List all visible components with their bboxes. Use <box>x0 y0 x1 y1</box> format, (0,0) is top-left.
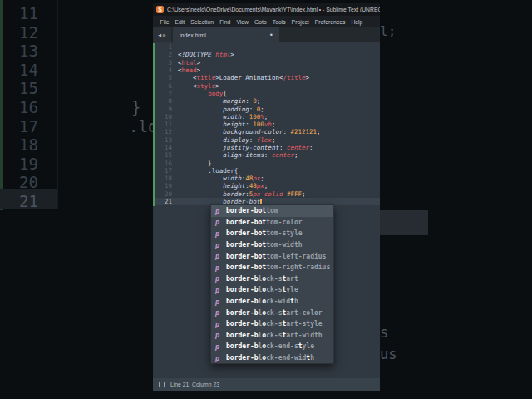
background-line-numbers: 1112131415161718192021 <box>0 4 38 211</box>
code-text: justify-content: center; <box>178 144 313 151</box>
code-text: align-items: center; <box>178 151 298 159</box>
tab-label: index.html <box>180 32 270 38</box>
background-selected-row-fragment <box>380 210 428 235</box>
line-number: 8 <box>153 97 178 105</box>
background-line-number: 11 <box>0 4 38 23</box>
code-text: .loader{ <box>178 167 238 175</box>
autocomplete-item-border-block-end-width[interactable]: pborder-block-end-width <box>211 352 333 364</box>
autocomplete-item-border-block-start-color[interactable]: pborder-block-start-color <box>211 307 333 318</box>
code-line-20[interactable]: 20 border:5px solid #FFF; <box>153 190 380 198</box>
autocomplete-item-border-block-start-style[interactable]: pborder-block-start-style <box>211 318 333 330</box>
line-number: 7 <box>153 90 178 97</box>
css-property-icon: p <box>211 218 226 226</box>
line-number: 2 <box>153 51 178 58</box>
code-line-13[interactable]: 13 display: flex; <box>153 136 380 144</box>
line-number: 11 <box>153 121 178 128</box>
code-line-19[interactable]: 19 height:48px; <box>153 182 380 190</box>
css-property-icon: p <box>211 207 226 215</box>
background-line-number: 15 <box>0 79 38 98</box>
code-line-10[interactable]: 10 width: 100%; <box>153 113 380 121</box>
line-number: 20 <box>153 190 178 198</box>
css-property-icon: p <box>211 331 226 339</box>
background-line-number: 18 <box>0 135 38 155</box>
autocomplete-popup: pborder-bottompborder-bottom-colorpborde… <box>210 204 334 364</box>
autocomplete-item-border-bottom-width[interactable]: pborder-bottom-width <box>211 239 333 251</box>
autocomplete-label: border-bottom-style <box>226 229 303 237</box>
menu-item-edit[interactable]: Edit <box>172 19 188 25</box>
sublime-window: S C:\Users\neeld\OneDrive\Documents\Maya… <box>153 3 380 391</box>
autocomplete-item-border-block-start-width[interactable]: pborder-block-start-width <box>211 330 333 342</box>
history-forward-icon[interactable]: ▶ <box>163 32 166 37</box>
menu-item-project[interactable]: Project <box>288 19 312 25</box>
line-number: 15 <box>153 151 178 159</box>
line-number: 4 <box>153 66 178 74</box>
window-title: C:\Users\neeld\OneDrive\Documents\Mayank… <box>167 7 380 12</box>
autocomplete-label: border-bottom-right-radius <box>226 264 330 271</box>
video-frame: 1112131415161718192021 }.lol;sus S C:\Us… <box>0 0 532 399</box>
background-line-number: 14 <box>0 61 38 80</box>
menu-item-tools[interactable]: Tools <box>269 19 288 25</box>
tab-index-html[interactable]: index.html • <box>173 27 279 42</box>
menu-item-file[interactable]: File <box>157 19 172 25</box>
line-number: 10 <box>153 113 178 121</box>
code-text: <title>Loader Animation</title> <box>178 74 309 81</box>
background-indent-guide <box>96 0 96 209</box>
code-line-14[interactable]: 14 justify-content: center; <box>153 144 380 151</box>
status-square-icon[interactable] <box>159 382 165 387</box>
code-editor[interactable]: 12<!DOCTYPE html>3<html>4<head>5 <title>… <box>153 42 380 378</box>
code-line-18[interactable]: 18 width:48px; <box>153 175 380 182</box>
code-line-4[interactable]: 4<head> <box>153 66 380 74</box>
background-code-fragment: s <box>380 324 388 341</box>
code-line-1[interactable]: 1 <box>153 43 380 51</box>
code-lines: 12<!DOCTYPE html>3<html>4<head>5 <title>… <box>153 42 380 205</box>
code-line-15[interactable]: 15 align-items: center; <box>153 151 380 159</box>
autocomplete-item-border-block-end-style[interactable]: pborder-block-end-style <box>211 341 333 352</box>
background-line-number: 19 <box>0 155 38 174</box>
css-property-icon: p <box>211 241 226 249</box>
autocomplete-item-border-bottom-color[interactable]: pborder-bottom-color <box>211 217 333 229</box>
autocomplete-label: border-block-start-width <box>226 332 323 339</box>
autocomplete-item-border-bottom-right-radius[interactable]: pborder-bottom-right-radius <box>211 262 333 273</box>
line-number: 14 <box>153 144 178 151</box>
background-code-fragment: l; <box>380 23 396 39</box>
menu-item-selection[interactable]: Selection <box>188 19 217 25</box>
code-line-3[interactable]: 3<html> <box>153 59 380 66</box>
code-line-17[interactable]: 17 .loader{ <box>153 167 380 175</box>
menu-item-preferences[interactable]: Preferences <box>312 19 348 25</box>
autocomplete-label: border-bottom <box>226 207 278 214</box>
menu-item-goto[interactable]: Goto <box>251 19 269 25</box>
menu-item-help[interactable]: Help <box>348 19 366 25</box>
code-text: border:5px solid #FFF; <box>178 190 306 198</box>
history-back-icon[interactable]: ◀ <box>158 32 161 37</box>
code-line-6[interactable]: 6 <style> <box>153 81 380 89</box>
background-line-number: 13 <box>0 42 38 61</box>
autocomplete-item-border-block-start[interactable]: pborder-block-start <box>211 273 333 285</box>
tab-bar: ◀ ▶ index.html • <box>153 27 380 42</box>
code-line-7[interactable]: 7 body{ <box>153 90 380 97</box>
autocomplete-item-border-bottom-left-radius[interactable]: pborder-bottom-left-radius <box>211 250 333 262</box>
code-line-2[interactable]: 2<!DOCTYPE html> <box>153 51 380 58</box>
code-line-12[interactable]: 12 background-color: #212121; <box>153 128 380 135</box>
code-line-16[interactable]: 16 } <box>153 159 380 166</box>
code-line-9[interactable]: 9 padding: 0; <box>153 105 380 112</box>
line-number: 19 <box>153 182 178 190</box>
autocomplete-label: border-bottom-left-radius <box>226 253 326 260</box>
autocomplete-item-border-bottom-style[interactable]: pborder-bottom-style <box>211 228 333 239</box>
code-line-8[interactable]: 8 margin: 0; <box>153 97 380 105</box>
code-text: width:48px; <box>178 175 264 182</box>
autocomplete-item-border-block-style[interactable]: pborder-block-style <box>211 284 333 296</box>
menu-item-find[interactable]: Find <box>217 19 234 25</box>
background-line-number: 16 <box>0 98 38 117</box>
line-number: 6 <box>153 82 178 90</box>
menu-item-view[interactable]: View <box>234 19 252 25</box>
gutter-diff-marker <box>153 43 155 206</box>
line-number: 9 <box>153 106 178 113</box>
background-line-number: 12 <box>0 23 38 42</box>
css-property-icon: p <box>211 308 226 317</box>
autocomplete-label: border-block-start <box>226 275 298 283</box>
code-line-5[interactable]: 5 <title>Loader Animation</title> <box>153 74 380 81</box>
menu-bar: FileEditSelectionFindViewGotoToolsProjec… <box>153 16 380 27</box>
code-line-11[interactable]: 11 height: 100vh; <box>153 121 380 128</box>
autocomplete-item-border-bottom[interactable]: pborder-bottom <box>211 205 333 217</box>
autocomplete-item-border-block-width[interactable]: pborder-block-width <box>211 296 333 308</box>
